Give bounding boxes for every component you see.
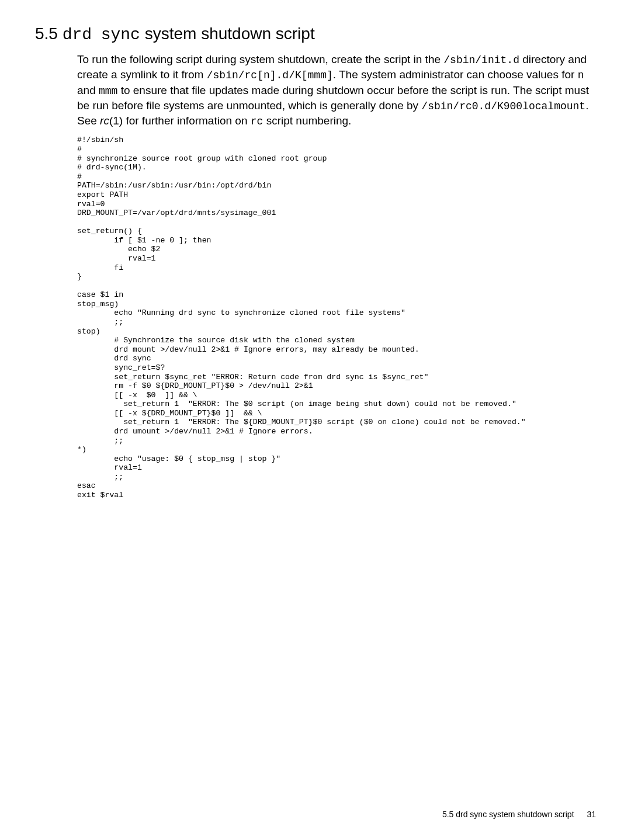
section-number: 5.5	[35, 25, 58, 43]
heading-code-sync: sync	[101, 26, 140, 44]
intro-code-rc: rc	[251, 116, 264, 127]
heading-code-drd: drd	[63, 26, 92, 44]
intro-code-initd: /sbin/init.d	[443, 54, 519, 66]
heading-rest: system shutdown script	[145, 25, 315, 43]
footer-page-number: 31	[587, 810, 596, 819]
footer-text: 5.5 drd sync system shutdown script	[442, 810, 574, 819]
intro-text: and	[77, 84, 99, 96]
code-block: #!/sbin/sh # # synchronize source root g…	[77, 136, 590, 499]
intro-paragraph: To run the following script during syste…	[77, 52, 590, 129]
intro-text: To run the following script during syste…	[77, 53, 443, 65]
intro-code-localmount: /sbin/rc0.d/K900localmount	[421, 100, 585, 112]
intro-italic-rc: rc	[100, 114, 109, 127]
intro-text: . The system administrator can choose va…	[333, 68, 578, 81]
intro-code-rc-symlink: /sbin/rc[n].d/K[mmm]	[207, 70, 333, 81]
intro-code-mmm: mmm	[99, 85, 117, 97]
page-footer: 5.5 drd sync system shutdown script 31	[442, 810, 596, 819]
intro-text: script numbering.	[263, 114, 351, 127]
intro-text: (1) for further information on	[109, 114, 251, 127]
intro-code-n: n	[578, 70, 584, 81]
section-heading: 5.5 drd sync system shutdown script	[35, 25, 596, 44]
